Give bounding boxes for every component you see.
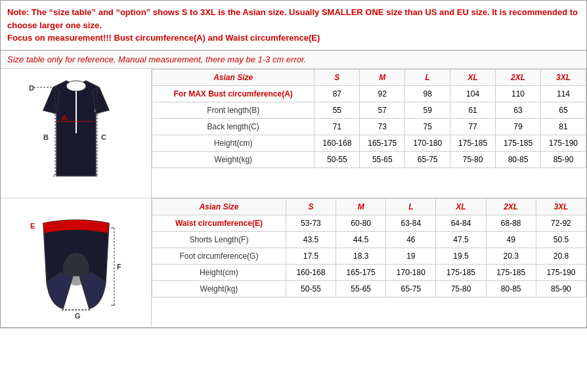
shorts-table-row: Weight(kg)50-5555-6565-7575-8080-8585-90 [152, 280, 586, 297]
shorts-cell: 17.5 [286, 248, 336, 264]
jersey-col-header-3xl: 3XL [541, 69, 586, 85]
shorts-cell: 68-88 [486, 215, 536, 231]
shorts-section: E F G Asian Size S M L XL 2XL 3XL [1, 198, 586, 328]
svg-marker-6 [93, 87, 109, 114]
jersey-cell: 170-180 [405, 135, 450, 151]
jersey-cell: 55-65 [360, 151, 405, 167]
jersey-cell: 79 [496, 118, 541, 135]
jersey-col-header-s: S [315, 69, 360, 85]
jersey-col-header-size: Asian Size [152, 69, 315, 85]
shorts-cell: 53-73 [286, 215, 336, 231]
shorts-col-header-size: Asian Size [152, 198, 286, 215]
jersey-header-row: Asian Size S M L XL 2XL 3XL [152, 69, 586, 85]
jersey-cell: 114 [541, 85, 586, 102]
shorts-cell: 175-185 [486, 264, 536, 280]
jersey-cell: 75 [405, 118, 450, 135]
jersey-cell: 87 [315, 85, 360, 102]
jersey-cell: 110 [496, 85, 541, 102]
shorts-row-label: Weight(kg) [152, 280, 286, 297]
jersey-cell: 55 [315, 102, 360, 118]
shorts-col-header-l: L [386, 198, 436, 215]
shorts-header-row: Asian Size S M L XL 2XL 3XL [152, 198, 586, 215]
shorts-table-row: Waist circumference(E)53-7360-8063-8464-… [152, 215, 586, 231]
shorts-cell: 18.3 [336, 248, 386, 264]
ref-note: Size table only for reference. Manual me… [1, 51, 586, 69]
svg-text:F: F [117, 263, 121, 271]
shorts-diagram: E F G [1, 198, 152, 327]
shorts-cell: 75-80 [436, 280, 486, 297]
shorts-cell: 65-75 [386, 280, 436, 297]
shorts-col-header-3xl: 3XL [536, 198, 586, 215]
jersey-cell: 71 [315, 118, 360, 135]
top-note: Note: The “size table” and “option” show… [1, 1, 586, 51]
shorts-row-label: Foot circumference(G) [152, 248, 286, 264]
shorts-cell: 80-85 [486, 280, 536, 297]
shorts-cell: 85-90 [536, 280, 586, 297]
shorts-cell: 165-175 [336, 264, 386, 280]
jersey-table-row: Weight(kg)50-5555-6565-7575-8080-8585-90 [152, 151, 586, 167]
shorts-cell: 55-65 [336, 280, 386, 297]
jersey-table-row: Back length(C)717375777981 [152, 118, 586, 135]
jersey-col-header-xl: XL [450, 69, 496, 85]
shorts-col-header-m: M [336, 198, 386, 215]
jersey-section: A B C D Asian Size S M L [1, 69, 586, 198]
jersey-table-row: Front length(B)555759616365 [152, 102, 586, 118]
shorts-cell: 63-84 [386, 215, 436, 231]
svg-marker-5 [43, 87, 60, 114]
jersey-col-header-m: M [360, 69, 405, 85]
svg-text:A: A [62, 114, 67, 121]
jersey-col-header-2xl: 2XL [496, 69, 541, 85]
jersey-cell: 92 [360, 85, 405, 102]
shorts-cell: 19 [386, 248, 436, 264]
jersey-cell: 65-75 [405, 151, 450, 167]
jersey-cell: 63 [496, 102, 541, 118]
svg-text:B: B [43, 133, 49, 141]
shorts-cell: 175-190 [536, 264, 586, 280]
jersey-cell: 65 [541, 102, 586, 118]
shorts-table-row: Shorts Length(F)43.544.54647.54950.5 [152, 231, 586, 248]
jersey-cell: 57 [360, 102, 405, 118]
jersey-cell: 160-168 [315, 135, 360, 151]
svg-text:E: E [30, 222, 35, 230]
jersey-cell: 59 [405, 102, 450, 118]
shorts-cell: 20.8 [536, 248, 586, 264]
shorts-cell: 46 [386, 231, 436, 248]
jersey-cell: 80-85 [496, 151, 541, 167]
shorts-table-row: Foot circumference(G)17.518.31919.520.32… [152, 248, 586, 264]
jersey-cell: 104 [450, 85, 496, 102]
shorts-cell: 19.5 [436, 248, 486, 264]
shorts-cell: 44.5 [336, 231, 386, 248]
shorts-cell: 60-80 [336, 215, 386, 231]
shorts-cell: 50-55 [286, 280, 336, 297]
jersey-cell: 81 [541, 118, 586, 135]
shorts-row-label: Shorts Length(F) [152, 231, 286, 248]
jersey-cell: 50-55 [315, 151, 360, 167]
jersey-cell: 98 [405, 85, 450, 102]
jersey-col-header-l: L [405, 69, 450, 85]
shorts-row-label: Waist circumference(E) [152, 215, 286, 231]
jersey-cell: 73 [360, 118, 405, 135]
svg-text:D: D [29, 84, 34, 92]
shorts-cell: 72-92 [536, 215, 586, 231]
svg-text:G: G [75, 312, 81, 320]
jersey-cell: 61 [450, 102, 496, 118]
jersey-row-label: Back length(C) [152, 118, 315, 135]
jersey-cell: 165-175 [360, 135, 405, 151]
jersey-cell: 77 [450, 118, 496, 135]
jersey-diagram: A B C D [1, 69, 152, 198]
jersey-table: Asian Size S M L XL 2XL 3XL For MAX Bust… [152, 69, 586, 168]
shorts-table-col: Asian Size S M L XL 2XL 3XL Waist circum… [152, 198, 586, 327]
svg-point-1 [66, 81, 86, 91]
shorts-cell: 43.5 [286, 231, 336, 248]
jersey-cell: 85-90 [541, 151, 586, 167]
shorts-col-header-s: S [286, 198, 336, 215]
svg-text:C: C [101, 133, 106, 141]
shorts-col-header-xl: XL [436, 198, 486, 215]
jersey-table-col: Asian Size S M L XL 2XL 3XL For MAX Bust… [152, 69, 586, 198]
jersey-table-row: For MAX Bust circumference(A)87929810411… [152, 85, 586, 102]
jersey-row-label: Weight(kg) [152, 151, 315, 167]
shorts-col-header-2xl: 2XL [486, 198, 536, 215]
jersey-row-label: Height(cm) [152, 135, 315, 151]
jersey-cell: 75-80 [450, 151, 496, 167]
shorts-table-row: Height(cm)160-168165-175170-180175-18517… [152, 264, 586, 280]
